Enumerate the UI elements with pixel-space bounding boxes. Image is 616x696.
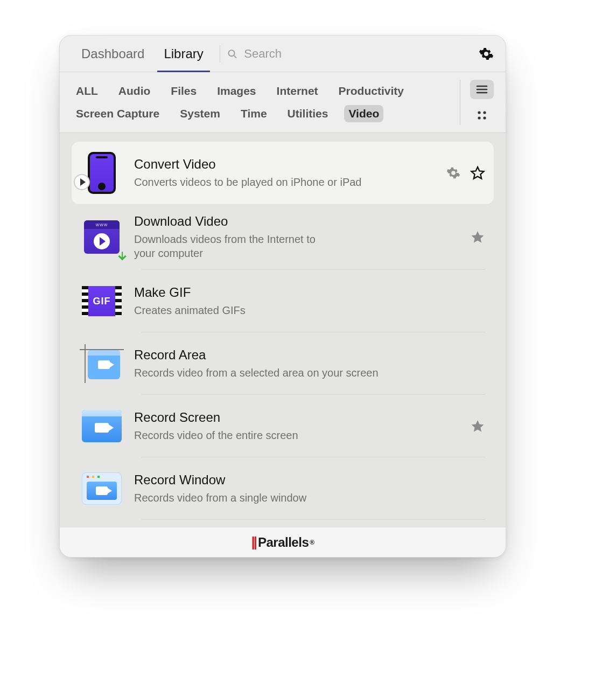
- gear-icon: [446, 166, 460, 180]
- category-time[interactable]: Time: [236, 105, 271, 122]
- svg-point-8: [483, 116, 486, 119]
- list-view-button[interactable]: [470, 80, 494, 99]
- star-outline-icon: [470, 165, 485, 180]
- category-list: ALL Audio Files Images Internet Producti…: [72, 80, 450, 125]
- star-filled-icon: [470, 229, 485, 245]
- svg-marker-11: [472, 420, 484, 432]
- main-tabs: Dashboard Library: [72, 36, 213, 72]
- tool-title: Make GIF: [134, 285, 485, 300]
- tool-title: Record Screen: [134, 410, 459, 425]
- svg-point-5: [478, 111, 480, 114]
- favorite-button[interactable]: [470, 229, 485, 245]
- tool-make-gif[interactable]: GIF Make GIF Creates animated GIFs: [72, 270, 494, 332]
- tool-record-area[interactable]: Record Area Records video from a selecte…: [72, 332, 494, 395]
- grid-icon: [476, 109, 488, 121]
- record-window-icon: [80, 467, 123, 510]
- svg-marker-9: [472, 167, 484, 179]
- tab-library[interactable]: Library: [154, 36, 213, 72]
- search-icon: [227, 48, 238, 60]
- tab-dashboard[interactable]: Dashboard: [72, 36, 154, 72]
- footer: || Parallels®: [60, 527, 506, 557]
- svg-point-6: [483, 111, 486, 114]
- record-area-icon: [80, 342, 123, 385]
- gear-icon: [479, 46, 494, 61]
- tool-desc: Records video from a selected area on yo…: [134, 366, 414, 380]
- star-filled-icon: [470, 419, 485, 434]
- tool-desc: Records video from a single window: [134, 491, 414, 505]
- tool-title: Download Video: [134, 214, 459, 229]
- download-video-icon: [80, 215, 123, 259]
- tool-desc: Downloads videos from the Internet to yo…: [134, 232, 339, 260]
- category-images[interactable]: Images: [213, 82, 260, 100]
- category-system[interactable]: System: [176, 105, 225, 122]
- tool-record-window[interactable]: Record Window Records video from a singl…: [72, 457, 494, 520]
- tab-dashboard-label: Dashboard: [81, 46, 144, 61]
- category-utilities[interactable]: Utilities: [283, 105, 333, 122]
- category-screen-capture[interactable]: Screen Capture: [72, 105, 164, 122]
- tab-library-label: Library: [164, 46, 203, 61]
- svg-line-1: [234, 55, 236, 58]
- view-toggle: [460, 80, 494, 125]
- search-input[interactable]: [243, 46, 479, 61]
- category-all[interactable]: ALL: [72, 82, 102, 100]
- list-icon: [475, 84, 488, 95]
- tool-title: Record Window: [134, 472, 485, 488]
- tool-title: Record Area: [134, 347, 485, 363]
- tool-title: Convert Video: [134, 157, 436, 172]
- convert-video-icon: [80, 151, 123, 194]
- brand-name: Parallels: [258, 535, 309, 550]
- grid-view-button[interactable]: [470, 106, 494, 125]
- svg-marker-10: [472, 231, 484, 243]
- app-window: Dashboard Library ALL Audio Files Images…: [59, 35, 506, 558]
- search-box[interactable]: [227, 46, 479, 61]
- category-productivity[interactable]: Productivity: [334, 82, 408, 100]
- category-video[interactable]: Video: [344, 105, 383, 122]
- tool-settings-button[interactable]: [446, 166, 460, 180]
- svg-point-0: [228, 50, 234, 56]
- titlebar-divider: [220, 45, 220, 62]
- svg-point-7: [478, 116, 480, 119]
- tool-download-video[interactable]: Download Video Downloads videos from the…: [72, 204, 494, 270]
- category-audio[interactable]: Audio: [114, 82, 155, 100]
- tool-convert-video[interactable]: Convert Video Converts videos to be play…: [72, 142, 494, 204]
- parallels-bars-icon: ||: [251, 534, 256, 551]
- brand-logo: || Parallels®: [251, 534, 314, 551]
- settings-button[interactable]: [479, 46, 494, 61]
- category-files[interactable]: Files: [166, 82, 201, 100]
- tool-desc: Creates animated GIFs: [134, 303, 414, 317]
- tool-record-screen[interactable]: Record Screen Records video of the entir…: [72, 395, 494, 457]
- favorite-button[interactable]: [470, 419, 485, 434]
- tool-desc: Records video of the entire screen: [134, 428, 414, 442]
- favorite-button[interactable]: [470, 165, 485, 180]
- category-internet[interactable]: Internet: [272, 82, 323, 100]
- tool-desc: Converts videos to be played on iPhone o…: [134, 175, 414, 189]
- make-gif-icon: GIF: [80, 280, 123, 323]
- record-screen-icon: [80, 405, 123, 448]
- filter-bar: ALL Audio Files Images Internet Producti…: [60, 72, 506, 133]
- titlebar: Dashboard Library: [60, 36, 506, 72]
- tools-list[interactable]: Convert Video Converts videos to be play…: [60, 133, 506, 527]
